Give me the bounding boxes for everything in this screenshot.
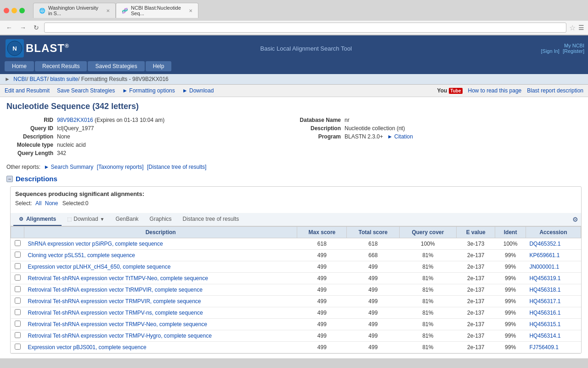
save-search-strategies-link[interactable]: Save Search Strategies xyxy=(57,87,115,94)
e-value-header: E value xyxy=(457,227,495,238)
breadcrumb-ncbi[interactable]: NCBI xyxy=(13,76,27,82)
row-checkbox[interactable] xyxy=(15,309,21,315)
description-link[interactable]: Retroviral Tet-shRNA expression vector T… xyxy=(28,298,201,305)
close-window-button[interactable] xyxy=(4,8,9,13)
tab-label: NCBI Blast:Nucleotide Seq... xyxy=(131,5,186,16)
row-description: Retroviral Tet-shRNA expression vector T… xyxy=(24,273,297,284)
accession-link[interactable]: JN000001.1 xyxy=(529,264,559,270)
accession-link[interactable]: DQ465352.1 xyxy=(529,241,560,247)
tab-genbank[interactable]: GenBank xyxy=(110,213,144,226)
nav-home[interactable]: Home xyxy=(5,61,34,71)
row-checkbox[interactable] xyxy=(15,252,21,258)
tab-settings-icon[interactable]: ⚙ xyxy=(572,216,578,223)
address-bar[interactable]: blast.ncbi.nlm.nih.gov/Blast.cgi xyxy=(44,23,566,33)
select-all-link[interactable]: All xyxy=(35,200,41,207)
browser-tab-washington[interactable]: 🌐 Washington University in S... ✕ xyxy=(33,3,116,18)
sign-in-link[interactable]: [Sign In] xyxy=(541,48,560,54)
taxonomy-reports-link[interactable]: [Taxonomy reports] xyxy=(97,164,144,170)
tab-download[interactable]: ⬚ Download ▼ xyxy=(62,213,110,226)
accession-link[interactable]: HQ456314.1 xyxy=(529,333,560,339)
bookmark-icon[interactable]: ☆ xyxy=(569,23,576,32)
row-checkbox[interactable] xyxy=(15,344,21,350)
maximize-window-button[interactable] xyxy=(19,8,25,13)
row-max-score: 499 xyxy=(297,307,347,319)
tab-distance-tree[interactable]: Distance tree of results xyxy=(177,213,245,226)
browser-tab-blast[interactable]: 🧬 NCBI Blast:Nucleotide Seq... ✕ xyxy=(116,3,198,18)
tab-close-icon[interactable]: ✕ xyxy=(189,8,192,13)
description-link[interactable]: Cloning vector pSLS51, complete sequence xyxy=(28,252,135,259)
table-row: Retroviral Tet-shRNA expression vector T… xyxy=(11,273,581,284)
row-checkbox[interactable] xyxy=(15,286,21,292)
nav-saved-strategies[interactable]: Saved Strategies xyxy=(88,61,144,71)
query-length-label: Query Length xyxy=(6,150,57,156)
row-total-score: 499 xyxy=(347,330,399,342)
row-checkbox[interactable] xyxy=(15,321,21,327)
row-checkbox-cell xyxy=(11,296,24,307)
alignments-header-title: Sequences producing significant alignmen… xyxy=(15,190,577,197)
description-right-label: Description xyxy=(294,125,345,132)
row-checkbox[interactable] xyxy=(15,275,21,281)
accession-link[interactable]: HQ456319.1 xyxy=(529,275,560,282)
download-link[interactable]: ► Download xyxy=(182,87,214,94)
row-checkbox[interactable] xyxy=(15,263,21,269)
edit-resubmit-link[interactable]: Edit and Resubmit xyxy=(5,87,50,94)
rid-link[interactable]: 98V9B2KX016 xyxy=(57,117,93,123)
descriptions-title[interactable]: Descriptions xyxy=(16,175,57,183)
rid-label: RID xyxy=(6,117,57,123)
description-link[interactable]: Retroviral Tet-shRNA expression vector T… xyxy=(28,333,212,339)
nav-recent-results[interactable]: Recent Results xyxy=(35,61,87,71)
accession-link[interactable]: FJ756409.1 xyxy=(529,344,558,351)
tab-close-icon[interactable]: ✕ xyxy=(106,8,110,13)
tab-alignments[interactable]: ⚙ Alignments xyxy=(13,213,62,226)
nav-help[interactable]: Help xyxy=(146,61,172,71)
breadcrumb-blast[interactable]: BLAST xyxy=(30,76,47,82)
row-checkbox[interactable] xyxy=(15,240,21,246)
row-checkbox[interactable] xyxy=(15,298,21,304)
row-e-value: 2e-137 xyxy=(457,307,495,319)
search-summary-link[interactable]: ► Search Summary xyxy=(44,164,93,170)
description-link[interactable]: Retroviral Tet-shRNA expression vector T… xyxy=(28,287,203,293)
distance-tree-link[interactable]: [Distance tree of results] xyxy=(147,164,206,170)
formatting-options-link[interactable]: ► Formatting options xyxy=(122,87,175,94)
tab-graphics[interactable]: Graphics xyxy=(144,213,177,226)
blast-title-wrap: BLAST® xyxy=(26,42,69,55)
row-checkbox[interactable] xyxy=(15,332,21,338)
minimize-window-button[interactable] xyxy=(11,8,17,13)
forward-button[interactable]: → xyxy=(17,23,28,32)
description-link[interactable]: Expression vector pBJS001, complete sequ… xyxy=(28,344,147,351)
query-cover-header: Query cover xyxy=(399,227,456,238)
description-link[interactable]: Retroviral Tet-shRNA expression vector T… xyxy=(28,321,207,328)
description-link[interactable]: Retroviral Tet-shRNA expression vector T… xyxy=(28,310,203,316)
description-link[interactable]: ShRNA expression vector pSiRPG, complete… xyxy=(28,241,163,247)
my-ncbi-link[interactable]: My NCBI xyxy=(564,43,584,48)
page-title: Nucleotide Sequence (342 letters) xyxy=(6,102,582,111)
youtube-badge: You Tube xyxy=(437,87,463,94)
row-checkbox-cell xyxy=(11,284,24,296)
tab-bar: ⚙ Alignments ⬚ Download ▼ GenBank Graphi… xyxy=(11,213,581,226)
back-button[interactable]: ← xyxy=(4,23,15,32)
browser-chrome: 🌐 Washington University in S... ✕ 🧬 NCBI… xyxy=(0,0,588,35)
breadcrumb-blastn[interactable]: blastn suite xyxy=(50,76,78,82)
how-to-read-link[interactable]: How to read this page xyxy=(468,87,522,94)
select-none-link[interactable]: None xyxy=(45,200,58,207)
refresh-button[interactable]: ↻ xyxy=(31,23,41,32)
selected-count: Selected:0 xyxy=(62,200,89,207)
collapse-button[interactable]: – xyxy=(6,176,13,182)
row-description: Retroviral Tet-shRNA expression vector T… xyxy=(24,319,297,330)
blast-report-desc-link[interactable]: Blast report description xyxy=(527,87,583,94)
accession-link[interactable]: HQ456316.1 xyxy=(529,310,560,316)
description-left-row: Description None xyxy=(6,133,294,140)
row-checkbox-cell xyxy=(11,261,24,273)
menu-icon[interactable]: ☰ xyxy=(578,24,584,31)
citation-link[interactable]: ► Citation xyxy=(387,133,413,140)
description-right-value: Nucleotide collection (nt) xyxy=(345,125,405,132)
row-total-score: 499 xyxy=(347,342,399,353)
description-link[interactable]: Expression vector pLNHX_cHS4_650, comple… xyxy=(28,264,171,270)
accession-link[interactable]: HQ456318.1 xyxy=(529,287,560,293)
accession-link[interactable]: KP659661.1 xyxy=(529,252,560,259)
program-value: BLASTN 2.3.0+ ► Citation xyxy=(345,133,413,140)
register-link[interactable]: [Register] xyxy=(563,48,584,54)
accession-link[interactable]: HQ456315.1 xyxy=(529,321,560,328)
accession-link[interactable]: HQ456317.1 xyxy=(529,298,560,305)
description-link[interactable]: Retroviral Tet-shRNA expression vector T… xyxy=(28,275,208,282)
